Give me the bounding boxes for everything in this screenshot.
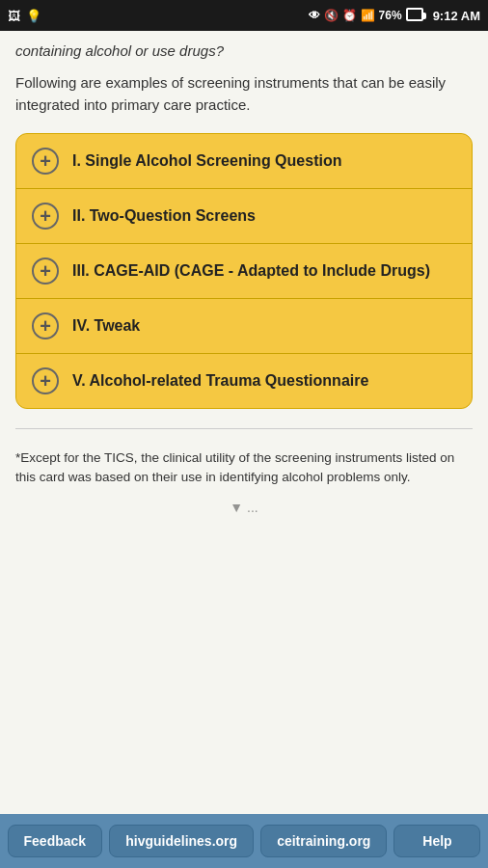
eye-icon: 👁 [309,9,320,22]
bottom-nav-bar: Feedback hivguidelines.org ceitraining.o… [0,814,488,868]
status-bar: 🖼 💡 👁 🔇 ⏰ 📶 76% 9:12 AM [0,0,488,31]
battery-icon [406,8,423,24]
expand-icon-3: + [32,258,59,285]
expand-icon-5: + [32,367,59,394]
intro-paragraph: Following are examples of screening inst… [15,72,473,116]
section-divider [15,428,473,429]
light-icon: 💡 [26,9,41,23]
battery-percent: 76% [379,9,402,22]
expand-icon-2: + [32,203,59,230]
status-right-icons: 👁 🔇 ⏰ 📶 76% 9:12 AM [309,8,480,24]
help-button[interactable]: Help [393,825,480,857]
accordion-item-5[interactable]: + V. Alcohol-related Trauma Questionnair… [16,354,472,408]
accordion-label-4: IV. Tweak [72,315,140,337]
image-icon: 🖼 [8,9,20,23]
status-icons: 🖼 💡 [8,9,41,23]
expand-icon-1: + [32,148,59,175]
mute-icon: 🔇 [324,9,339,22]
main-content: containing alcohol or use drugs? Followi… [0,31,488,814]
cut-off-hint: ▼ ... [15,500,473,515]
accordion-label-2: II. Two-Question Screens [72,205,256,227]
accordion-item-3[interactable]: + III. CAGE-AID (CAGE - Adapted to Inclu… [16,244,472,299]
ceitraining-button[interactable]: ceitraining.org [260,825,387,857]
alarm-icon: ⏰ [342,9,357,22]
hivguidelines-button[interactable]: hivguidelines.org [109,825,254,857]
accordion-item-2[interactable]: + II. Two-Question Screens [16,189,472,244]
footnote-text: *Except for the TICS, the clinical utili… [15,448,473,488]
time-display: 9:12 AM [433,9,480,23]
accordion-list: + I. Single Alcohol Screening Question +… [15,133,473,409]
accordion-label-3: III. CAGE-AID (CAGE - Adapted to Include… [72,260,430,282]
wifi-icon: 📶 [361,9,375,22]
feedback-button[interactable]: Feedback [8,825,103,857]
accordion-item-4[interactable]: + IV. Tweak [16,299,472,354]
accordion-label-1: I. Single Alcohol Screening Question [72,150,341,172]
accordion-label-5: V. Alcohol-related Trauma Questionnaire [72,370,368,392]
intro-italic-text: containing alcohol or use drugs? [15,41,473,61]
accordion-item-1[interactable]: + I. Single Alcohol Screening Question [16,134,472,189]
expand-icon-4: + [32,312,59,339]
